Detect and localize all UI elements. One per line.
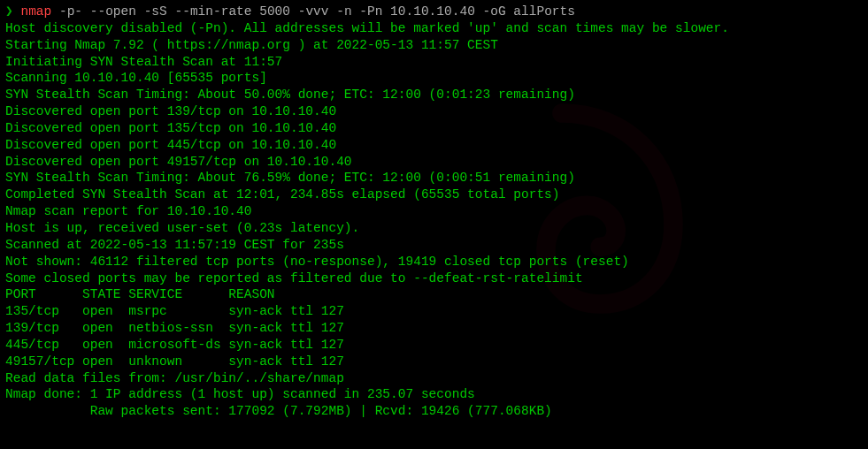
terminal-output[interactable]: ❯ nmap -p- --open -sS --min-rate 5000 -v… (5, 4, 863, 420)
output-line: Host discovery disabled (-Pn). All addre… (5, 20, 863, 37)
port-table-row: 135/tcp open msrpc syn-ack ttl 127 (5, 303, 863, 320)
output-line: Discovered open port 139/tcp on 10.10.10… (5, 103, 863, 120)
output-line: Host is up, received user-set (0.23s lat… (5, 220, 863, 237)
output-line: Some closed ports may be reported as fil… (5, 270, 863, 287)
output-line: Discovered open port 135/tcp on 10.10.10… (5, 120, 863, 137)
output-line: Nmap done: 1 IP address (1 host up) scan… (5, 386, 863, 403)
port-table-row: 139/tcp open netbios-ssn syn-ack ttl 127 (5, 320, 863, 337)
output-line: Read data files from: /usr/bin/../share/… (5, 370, 863, 387)
port-table-row: 445/tcp open microsoft-ds syn-ack ttl 12… (5, 337, 863, 354)
output-line: SYN Stealth Scan Timing: About 76.59% do… (5, 170, 863, 186)
output-line: SYN Stealth Scan Timing: About 50.00% do… (5, 87, 863, 103)
output-line: Raw packets sent: 177092 (7.792MB) | Rcv… (5, 403, 863, 420)
output-line: Starting Nmap 7.92 ( https://nmap.org ) … (5, 37, 863, 54)
port-table-row: 49157/tcp open unknown syn-ack ttl 127 (5, 354, 863, 370)
output-line: Initiating SYN Stealth Scan at 11:57 (5, 54, 863, 71)
output-line: Scanned at 2022-05-13 11:57:19 CEST for … (5, 237, 863, 254)
output-line: Scanning 10.10.10.40 [65535 ports] (5, 70, 863, 87)
command-args: -p- --open -sS --min-rate 5000 -vvv -n -… (59, 4, 575, 19)
output-line: Not shown: 46112 filtered tcp ports (no-… (5, 254, 863, 270)
command-name: nmap (20, 4, 51, 19)
output-line: Nmap scan report for 10.10.10.40 (5, 203, 863, 220)
prompt-char: ❯ (5, 4, 13, 19)
port-table-header: PORT STATE SERVICE REASON (5, 286, 863, 303)
output-line: Completed SYN Stealth Scan at 12:01, 234… (5, 186, 863, 203)
output-line: Discovered open port 49157/tcp on 10.10.… (5, 154, 863, 171)
output-line: Discovered open port 445/tcp on 10.10.10… (5, 137, 863, 154)
command-line: ❯ nmap -p- --open -sS --min-rate 5000 -v… (5, 4, 863, 20)
